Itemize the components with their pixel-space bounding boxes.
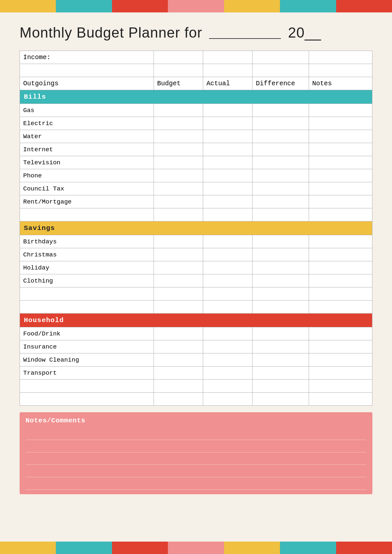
diff-insurance: [253, 340, 309, 353]
row-insurance: Insurance: [20, 340, 372, 353]
label-internet: Internet: [20, 143, 154, 156]
bottom-bar-seg-6: [280, 542, 336, 554]
actual-television: [203, 156, 253, 169]
diff-electric: [253, 117, 309, 130]
notes-birthdays: [309, 235, 372, 248]
budget-holiday: [154, 261, 203, 274]
budget-table: Income: Outgoings Budget Actual Differen…: [20, 51, 372, 406]
diff-holiday: [253, 261, 309, 274]
budget-birthdays: [154, 235, 203, 248]
notes-section: Notes/Comments: [20, 412, 372, 494]
label-water: Water: [20, 130, 154, 143]
notes-line-4: [25, 465, 367, 477]
diff-birthdays: [253, 235, 309, 248]
label-window-cleaning: Window Cleaning: [20, 353, 154, 367]
label-christmas: Christmas: [20, 248, 154, 261]
notes-christmas: [309, 248, 372, 261]
empty-row-household-2: [20, 393, 372, 406]
label-electric: Electric: [20, 117, 154, 130]
title-year-suffix: __: [305, 24, 321, 41]
diff-television: [253, 156, 309, 169]
notes-insurance: [309, 340, 372, 353]
row-birthdays: Birthdays: [20, 235, 372, 248]
label-birthdays: Birthdays: [20, 235, 154, 248]
diff-phone: [253, 169, 309, 182]
budget-clothing: [154, 274, 203, 287]
budget-food-drink: [154, 327, 203, 340]
actual-gas: [203, 104, 253, 117]
label-council-tax: Council Tax: [20, 182, 154, 195]
notes-window-cleaning: [309, 353, 372, 367]
actual-water: [203, 130, 253, 143]
actual-council-tax: [203, 182, 253, 195]
savings-label: Savings: [20, 221, 372, 235]
page-content: Monthly Budget Planner for 20__ Income: …: [0, 0, 392, 554]
diff-food-drink: [253, 327, 309, 340]
actual-holiday: [203, 261, 253, 274]
diff-christmas: [253, 248, 309, 261]
budget-rent-mortgage: [154, 195, 203, 208]
label-holiday: Holiday: [20, 261, 154, 274]
budget-television: [154, 156, 203, 169]
label-television: Television: [20, 156, 154, 169]
title-text-2: 20: [288, 24, 305, 41]
diff-window-cleaning: [253, 353, 309, 367]
budget-phone: [154, 169, 203, 182]
row-gas: Gas: [20, 104, 372, 117]
bottom-bar: [0, 542, 392, 554]
col-notes-header: Notes: [309, 77, 372, 90]
notes-holiday: [309, 261, 372, 274]
row-phone: Phone: [20, 169, 372, 182]
row-christmas: Christmas: [20, 248, 372, 261]
diff-transport: [253, 367, 309, 380]
title-text-1: Monthly Budget Planner for: [20, 24, 202, 41]
actual-clothing: [203, 274, 253, 287]
row-window-cleaning: Window Cleaning: [20, 353, 372, 367]
empty-row-bills: [20, 208, 372, 221]
notes-line-2: [25, 440, 367, 452]
notes-water: [309, 130, 372, 143]
title-line: [209, 38, 281, 39]
row-internet: Internet: [20, 143, 372, 156]
notes-title: Notes/Comments: [25, 417, 367, 424]
label-food-drink: Food/Drink: [20, 327, 154, 340]
income-notes-cell: [309, 51, 372, 64]
budget-christmas: [154, 248, 203, 261]
diff-internet: [253, 143, 309, 156]
notes-internet: [309, 143, 372, 156]
notes-line-5: [25, 477, 367, 490]
row-electric: Electric: [20, 117, 372, 130]
notes-council-tax: [309, 182, 372, 195]
row-water: Water: [20, 130, 372, 143]
diff-water: [253, 130, 309, 143]
col-outgoings-header: Outgoings: [20, 77, 154, 90]
income-diff-cell: [253, 51, 309, 64]
diff-rent-mortgage: [253, 195, 309, 208]
budget-water: [154, 130, 203, 143]
notes-food-drink: [309, 327, 372, 340]
savings-section-header: Savings: [20, 221, 372, 235]
row-television: Television: [20, 156, 372, 169]
diff-clothing: [253, 274, 309, 287]
bills-section-header: Bills: [20, 90, 372, 104]
budget-council-tax: [154, 182, 203, 195]
budget-internet: [154, 143, 203, 156]
actual-food-drink: [203, 327, 253, 340]
budget-transport: [154, 367, 203, 380]
household-label: Household: [20, 314, 372, 327]
col-budget-header: Budget: [154, 77, 203, 90]
actual-transport: [203, 367, 253, 380]
notes-television: [309, 156, 372, 169]
actual-internet: [203, 143, 253, 156]
row-transport: Transport: [20, 367, 372, 380]
bottom-bar-seg-1: [0, 542, 56, 554]
budget-electric: [154, 117, 203, 130]
col-diff-header: Difference: [253, 77, 309, 90]
notes-electric: [309, 117, 372, 130]
actual-insurance: [203, 340, 253, 353]
income-row: Income:: [20, 51, 372, 64]
page-title: Monthly Budget Planner for 20__: [20, 24, 372, 41]
row-holiday: Holiday: [20, 261, 372, 274]
notes-rent-mortgage: [309, 195, 372, 208]
label-clothing: Clothing: [20, 274, 154, 287]
